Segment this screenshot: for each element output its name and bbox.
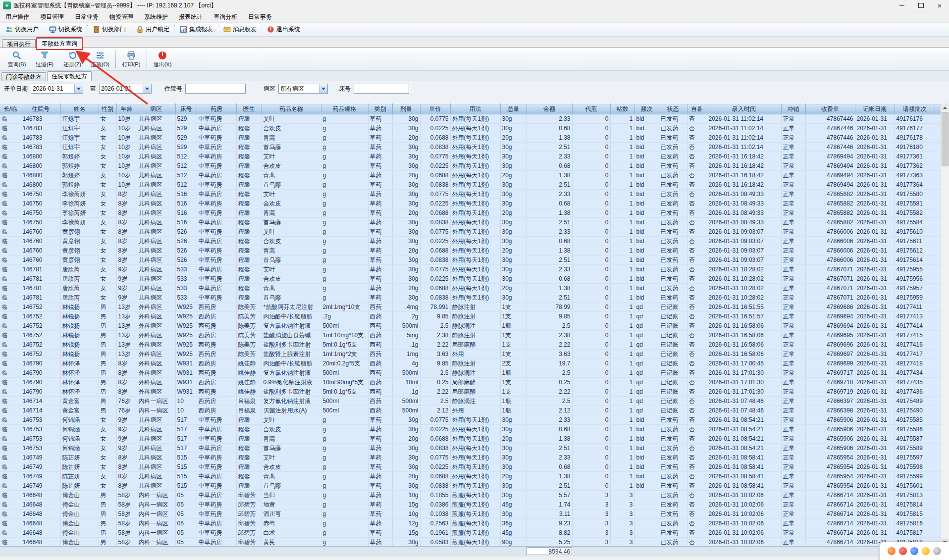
dock-app-red-icon[interactable] <box>899 547 907 555</box>
column-header[interactable]: 单价 <box>420 104 450 114</box>
table-row[interactable]: 临146714黄金富男76岁内科一病区10西药房吕福泉复方氯化钠注射液500ml… <box>0 397 941 406</box>
table-row[interactable]: 临146783江烁宇女10岁儿科病区529中草药房程馨首乌藤g草药30g0.08… <box>0 143 941 152</box>
switch-system-button[interactable]: 切换系统 <box>46 24 86 35</box>
column-header[interactable]: 医生 <box>236 104 262 114</box>
column-header[interactable]: 药品名称 <box>262 104 321 114</box>
table-row[interactable]: 临146781唐欣芮女9岁儿科病区533中草药房程馨青蒿g草药20g0.0688… <box>0 284 941 293</box>
table-row[interactable]: 临146760黄彦翎女8岁儿科病区526中草药房程馨合欢皮g草药30g0.022… <box>0 237 941 246</box>
column-header[interactable]: 长/临 <box>0 104 21 114</box>
maximize-button[interactable] <box>911 0 930 11</box>
column-header[interactable]: 病区 <box>137 104 175 114</box>
column-header[interactable]: 年龄 <box>116 104 137 114</box>
column-header[interactable]: 总量 <box>500 104 527 114</box>
table-row[interactable]: 临146714黄金富男76岁内科一病区10西药房吕福泉灭菌注射用水(A)500m… <box>0 406 941 415</box>
table-row[interactable]: 临146749陈芷妍女8岁儿科病区515中草药房程馨艾叶g草药30g0.0775… <box>0 453 941 462</box>
table-row[interactable]: 临146800郭煜婷女10岁儿科病区512中草药房程馨青蒿g草药20g0.068… <box>0 171 941 180</box>
column-header[interactable]: 性别 <box>99 104 116 114</box>
menu-system-maintenance[interactable]: 系统维护 <box>139 11 173 22</box>
integrated-report-button[interactable]: 集成报表 <box>176 24 216 35</box>
date-from-combo[interactable]: 2026-01-31 <box>31 84 83 94</box>
table-row[interactable]: 临146781唐欣芮女9岁儿科病区533中草药房程馨合欢皮g草药30g0.022… <box>0 274 941 284</box>
column-header[interactable]: 收费单 <box>805 104 855 114</box>
switch-user-button[interactable]: 切换用户 <box>2 24 42 35</box>
table-row[interactable]: 临146760黄彦翎女8岁儿科病区526中草药房程馨艾叶g草药30g0.0775… <box>0 227 941 237</box>
chevron-down-icon[interactable] <box>319 84 327 93</box>
table-row[interactable]: 临146648傅金山男58岁内科一病区05中草药房邱碧芳赤芍g草药12g0.25… <box>0 519 941 528</box>
chevron-down-icon[interactable] <box>143 84 151 93</box>
table-row[interactable]: 临146749陈芷妍女8岁儿科病区515中草药房程馨青蒿g草药20g0.0688… <box>0 472 941 481</box>
column-header[interactable]: 住院号 <box>21 104 60 114</box>
scrollbar-thumb[interactable] <box>942 112 949 166</box>
column-header[interactable]: 自备 <box>687 104 707 114</box>
scroll-up-button[interactable] <box>941 103 949 111</box>
vertical-scrollbar[interactable] <box>941 103 949 546</box>
table-row[interactable]: 临146752林锐扬男13岁外科病区W925西药房陈美芳丙泊酚中/长链脂肪.2g… <box>0 312 941 321</box>
table-row[interactable]: 临146760黄彦翎女8岁儿科病区526中草药房程馨首乌藤g草药30g0.083… <box>0 255 941 265</box>
exit-system-button[interactable]: 退出系统 <box>264 24 304 35</box>
table-row[interactable]: 临146752林锐扬男13岁外科病区W925西药房陈美芳*盐酸阿芬太尼注射2ml… <box>0 303 941 312</box>
dock-app-orange-icon[interactable] <box>888 547 896 555</box>
table-row[interactable]: 临146749陈芷妍女8岁儿科病区515中草药房程馨首乌藤g草药30g0.083… <box>0 481 941 491</box>
switch-department-button[interactable]: 切换部门 <box>89 24 129 35</box>
column-header[interactable]: 类别 <box>368 104 392 114</box>
column-header[interactable]: 床号 <box>175 104 197 114</box>
table-row[interactable]: 临146753何锦涵女9岁儿科病区517中草药房程馨艾叶g草药30g0.0775… <box>0 415 941 425</box>
table-row[interactable]: 临146752林锐扬男13岁外科病区W925西药房陈美芳盐酸利多卡因注射5ml:… <box>0 340 941 350</box>
table-row[interactable]: 临146783江烁宇女10岁儿科病区529中草药房程馨合欢皮g草药30g0.02… <box>0 124 941 133</box>
menu-query-analysis[interactable]: 查询分析 <box>208 11 243 22</box>
column-header[interactable]: 用法 <box>450 104 500 114</box>
print-button[interactable]: 打印(P) <box>117 50 145 69</box>
column-header[interactable]: 剂量 <box>392 104 420 114</box>
minimize-button[interactable] <box>893 0 911 11</box>
table-row[interactable]: 临146753何锦涵女9岁儿科病区517中草药房程馨首乌藤g草药30g0.083… <box>0 444 941 453</box>
column-header[interactable]: 记帐日期 <box>855 104 895 114</box>
table-row[interactable]: 临146752林锐扬男13岁外科病区W925西药房陈美芳复方氯化钠注射液500m… <box>0 321 941 331</box>
column-header[interactable]: 帖数 <box>610 104 634 114</box>
table-row[interactable]: 临146790林怀泽男8岁外科病区W931西药房姚佳静0.9%氯化钠注射液10m… <box>0 378 941 387</box>
menu-daily-affairs[interactable]: 日常事务 <box>243 11 277 22</box>
table-row[interactable]: 临146750李徐芮妍女8岁儿科病区516中草药房程馨艾叶g草药30g0.077… <box>0 190 941 199</box>
chevron-down-icon[interactable] <box>74 84 83 93</box>
tab-inpatient-prescriptions[interactable]: 住院零散处方 <box>47 71 92 81</box>
table-row[interactable]: 临146781唐欣芮女9岁儿科病区533中草药房程馨首乌藤g草药30g0.083… <box>0 293 941 303</box>
bed-number-input[interactable] <box>354 84 409 94</box>
table-row[interactable]: 临146790林怀泽男8岁外科病区W931西药房姚佳静复方氯化钠注射液500ml… <box>0 368 941 378</box>
inpatient-number-input[interactable] <box>185 84 246 94</box>
column-header[interactable]: 姓名 <box>60 104 99 114</box>
table-row[interactable]: 临146750李徐芮妍女8岁儿科病区516中草药房程馨合欢皮g草药30g0.02… <box>0 199 941 208</box>
table-row[interactable]: 临146750李徐芮妍女8岁儿科病区516中草药房程馨首乌藤g草药30g0.08… <box>0 218 941 227</box>
table-row[interactable]: 临146750李徐芮妍女8岁儿科病区516中草药房程馨青蒿g草药20g0.068… <box>0 208 941 218</box>
table-row[interactable]: 临146648傅金山男58岁内科一病区05中草药房邱碧芳白术g草药15g0.19… <box>0 528 941 538</box>
menu-project-management[interactable]: 项目管理 <box>35 11 69 22</box>
tab-scattered-prescription-query[interactable]: 零散处方查询 <box>37 38 82 49</box>
menu-material-management[interactable]: 物资管理 <box>104 11 139 22</box>
table-row[interactable]: 临146648傅金山男58岁内科一病区05中草药房邱碧芳当归g草药10g0.18… <box>0 491 941 500</box>
message-button[interactable]: 消息收发 <box>220 24 260 35</box>
date-to-combo[interactable]: 2026-01-31 <box>99 84 152 94</box>
restore-button[interactable]: 还原(Z) <box>58 50 86 69</box>
table-row[interactable]: 临146753何锦涵女9岁儿科病区517中草药房程馨合欢皮g草药30g0.022… <box>0 425 941 434</box>
user-lock-button[interactable]: 用户锁定 <box>133 24 173 35</box>
table-row[interactable]: 临146790林怀泽男8岁外科病区W931西药房姚佳静丙泊酚中/长链脂肪20ml… <box>0 359 941 368</box>
table-row[interactable]: 临146752林锐扬男13岁外科病区W925西药房陈美芳盐酸肾上腺素注射1ml:… <box>0 350 941 359</box>
table-row[interactable]: 临146648傅金山男58岁内科一病区05中草药房邱碧芳地黄g草药15g0.03… <box>0 500 941 509</box>
column-header[interactable]: 药房 <box>197 104 236 114</box>
table-row[interactable]: 临146753何锦涵女9岁儿科病区517中草药房程馨青蒿g草药20g0.0688… <box>0 434 941 444</box>
table-row[interactable]: 临146781唐欣芮女9岁儿科病区533中草药房程馨艾叶g草药30g0.0775… <box>0 265 941 274</box>
table-row[interactable]: 临146800郭煜婷女10岁儿科病区512中草药房程馨首乌藤g草药30g0.08… <box>0 180 941 190</box>
table-row[interactable]: 临146783江烁宇女10岁儿科病区529中草药房程馨青蒿g草药20g0.068… <box>0 133 941 143</box>
options-button[interactable]: 选项(O) <box>86 50 114 69</box>
exit-button[interactable]: 退出(X) <box>149 50 176 69</box>
menu-daily-business[interactable]: 日常业务 <box>69 11 104 22</box>
table-row[interactable]: 临146752林锐扬男13岁外科病区W925西药房陈美芳盐酸消旋山莨菪碱1ml:… <box>0 331 941 340</box>
table-row[interactable]: 临146648傅金山男58岁内科一病区05中草药房邱碧芳黄芪g草药30g0.05… <box>0 538 941 547</box>
column-header[interactable]: 请领批次 <box>895 104 935 114</box>
table-row[interactable]: 临146760黄彦翎女8岁儿科病区526中草药房程馨青蒿g草药20g0.0688… <box>0 246 941 255</box>
dock-app-gray-icon[interactable] <box>933 547 941 555</box>
table-row[interactable]: 临146749陈芷妍女8岁儿科病区515中草药房程馨合欢皮g草药30g0.022… <box>0 462 941 472</box>
column-header[interactable]: 药品规格 <box>321 104 368 114</box>
column-header[interactable]: 录入时间 <box>707 104 781 114</box>
column-header[interactable]: 金额 <box>527 104 572 114</box>
dock-app-yellow-icon[interactable] <box>922 547 930 555</box>
table-row[interactable]: 临146783江烁宇女10岁儿科病区529中草药房程馨艾叶g草药30g0.077… <box>0 114 941 124</box>
